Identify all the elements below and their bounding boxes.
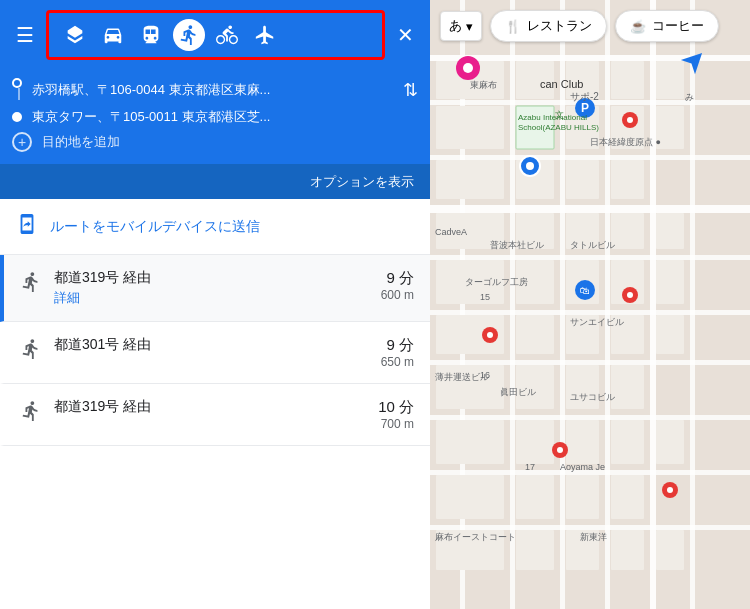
transport-drive[interactable] — [59, 19, 91, 51]
route-info-1: 都道301号 経由 — [54, 336, 381, 354]
svg-rect-40 — [656, 260, 684, 304]
route-time-1: 9 分 650 m — [381, 336, 414, 369]
route-info-2: 都道319号 経由 — [54, 398, 378, 416]
coffee-button[interactable]: ☕ コーヒー — [615, 10, 719, 42]
route-time-2: 10 分 700 m — [378, 398, 414, 431]
svg-point-80 — [557, 447, 563, 453]
svg-text:サポ-2: サポ-2 — [570, 91, 599, 102]
transport-bike[interactable] — [211, 19, 243, 51]
route-option-1[interactable]: 都道301号 経由 9 分 650 m — [0, 322, 430, 384]
destination-input[interactable]: 東京タワー、〒105-0011 東京都港区芝... — [32, 108, 418, 126]
route-option-2[interactable]: 都道319号 経由 10 分 700 m — [0, 384, 430, 446]
left-panel: ☰ ✕ — [0, 0, 430, 609]
hamburger-button[interactable]: ☰ — [12, 19, 38, 51]
lang-dropdown-icon: ▾ — [466, 19, 473, 34]
svg-rect-1 — [430, 55, 750, 61]
add-destination-row[interactable]: + 目的地を追加 — [12, 132, 418, 152]
walk-icon-2 — [20, 400, 42, 428]
svg-point-74 — [627, 117, 633, 123]
route-via-2: 都道319号 経由 — [54, 398, 378, 416]
svg-rect-45 — [656, 315, 684, 354]
send-icon — [16, 213, 38, 240]
route-via-0: 都道319号 経由 — [54, 269, 381, 287]
send-label: ルートをモバイルデバイスに送信 — [50, 218, 260, 236]
add-destination-label: 目的地を追加 — [42, 133, 120, 151]
svg-rect-10 — [430, 525, 750, 530]
restaurant-icon: 🍴 — [505, 19, 521, 34]
svg-text:東麻布: 東麻布 — [470, 80, 497, 90]
route-inputs: 赤羽橋駅、〒106-0044 東京都港区東麻... ⇅ 東京タワー、〒105-0… — [0, 70, 430, 164]
route-distance-0: 600 m — [381, 288, 414, 302]
svg-rect-57 — [566, 475, 599, 519]
language-select[interactable]: あ ▾ — [440, 11, 482, 41]
svg-rect-3 — [430, 155, 750, 160]
send-to-device[interactable]: ルートをモバイルデバイスに送信 — [0, 199, 430, 255]
close-button[interactable]: ✕ — [393, 19, 418, 51]
svg-point-82 — [667, 487, 673, 493]
origin-dot — [12, 78, 22, 88]
svg-rect-48 — [566, 365, 599, 409]
svg-rect-13 — [560, 0, 565, 609]
route-duration-0: 9 分 — [386, 269, 414, 286]
svg-rect-22 — [436, 106, 504, 149]
language-label: あ — [449, 17, 462, 35]
route-via-1: 都道301号 経由 — [54, 336, 381, 354]
svg-text:16: 16 — [480, 370, 490, 380]
walk-icon-1 — [20, 338, 42, 366]
svg-rect-5 — [430, 255, 750, 260]
svg-point-76 — [487, 332, 493, 338]
transport-header: ☰ ✕ — [0, 0, 430, 70]
svg-text:み: み — [685, 92, 694, 102]
map-toolbar: あ ▾ 🍴 レストラン ☕ コーヒー — [440, 10, 740, 42]
svg-rect-15 — [650, 0, 656, 609]
svg-rect-55 — [436, 475, 504, 519]
transport-transit[interactable] — [135, 19, 167, 51]
svg-text:日本経緯度原点 ●: 日本経緯度原点 ● — [590, 137, 661, 147]
swap-button[interactable]: ⇅ — [403, 79, 418, 101]
add-destination-icon: + — [12, 132, 32, 152]
svg-text:文: 文 — [555, 110, 564, 120]
map-panel: あ ▾ 🍴 レストラン ☕ コーヒー — [430, 0, 750, 609]
svg-rect-14 — [605, 0, 610, 609]
coffee-icon: ☕ — [630, 19, 646, 34]
svg-text:can Club: can Club — [540, 78, 583, 90]
svg-point-66 — [463, 63, 473, 73]
svg-rect-56 — [516, 475, 554, 519]
transport-car[interactable] — [97, 19, 129, 51]
svg-rect-4 — [430, 205, 750, 213]
svg-text:ユサコビル: ユサコビル — [570, 392, 615, 402]
svg-rect-30 — [611, 160, 644, 199]
svg-text:ターゴルフ工房: ターゴルフ工房 — [465, 277, 528, 287]
svg-text:タトルビル: タトルビル — [570, 240, 615, 250]
route-detail-link-0[interactable]: 詳細 — [54, 289, 381, 307]
map-svg: P 🛍 麻布台 麻布台ビル 東麻布 日本経緯度原点 ● CadveA 普波本社ビ… — [430, 0, 750, 609]
svg-rect-58 — [611, 475, 644, 519]
svg-rect-42 — [516, 315, 554, 354]
transport-flight[interactable] — [249, 19, 281, 51]
svg-rect-53 — [611, 420, 644, 464]
options-link[interactable]: オプションを表示 — [310, 174, 414, 189]
route-distance-2: 700 m — [378, 417, 414, 431]
svg-rect-35 — [656, 213, 684, 249]
svg-rect-12 — [510, 0, 515, 609]
svg-rect-7 — [430, 360, 750, 365]
restaurant-button[interactable]: 🍴 レストラン — [490, 10, 607, 42]
svg-rect-21 — [656, 61, 684, 99]
transport-mode-selector — [46, 10, 385, 60]
svg-rect-52 — [566, 420, 599, 464]
origin-input[interactable]: 赤羽橋駅、〒106-0044 東京都港区東麻... — [32, 81, 393, 99]
svg-rect-54 — [656, 420, 684, 464]
route-distance-1: 650 m — [381, 355, 414, 369]
svg-point-78 — [627, 292, 633, 298]
transport-walk[interactable] — [173, 19, 205, 51]
svg-text:🛍: 🛍 — [580, 285, 590, 296]
svg-text:Azabu International: Azabu International — [518, 113, 587, 122]
svg-text:15: 15 — [480, 292, 490, 302]
svg-rect-51 — [516, 420, 554, 464]
destination-dot — [12, 112, 22, 122]
routes-list: 都道319号 経由 詳細 9 分 600 m 都道301号 経由 9 分 650… — [0, 255, 430, 446]
route-option-0[interactable]: 都道319号 経由 詳細 9 分 600 m — [0, 255, 430, 322]
restaurant-label: レストラン — [527, 17, 592, 35]
svg-rect-27 — [436, 160, 504, 199]
svg-text:サンエイビル: サンエイビル — [570, 317, 624, 327]
